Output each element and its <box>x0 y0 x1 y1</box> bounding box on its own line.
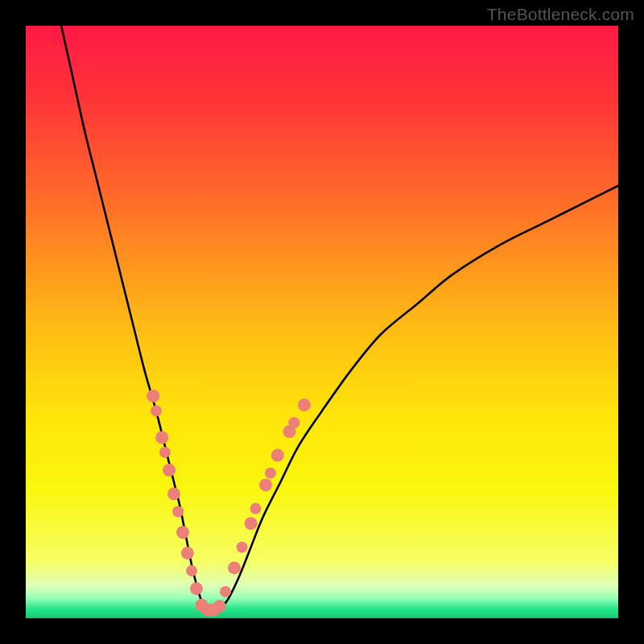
curve-layer <box>26 26 618 618</box>
data-marker <box>213 600 226 613</box>
data-marker <box>155 431 168 444</box>
outer-frame: TheBottleneck.com <box>0 0 644 644</box>
data-marker <box>163 464 175 477</box>
data-marker <box>220 586 231 597</box>
plot-area <box>26 26 618 618</box>
data-marker <box>250 503 262 514</box>
data-marker <box>298 398 311 411</box>
bottleneck-curve <box>61 26 618 613</box>
watermark-text: TheBottleneck.com <box>487 5 634 24</box>
data-marker <box>151 405 162 416</box>
data-marker <box>147 390 159 402</box>
data-marker <box>190 582 203 595</box>
data-marker <box>288 417 299 428</box>
data-marker <box>228 561 241 574</box>
data-marker <box>245 517 258 530</box>
data-marker <box>271 449 284 462</box>
data-markers <box>147 390 311 617</box>
data-marker <box>265 468 276 479</box>
data-marker <box>181 547 194 559</box>
data-marker <box>259 478 272 491</box>
data-marker <box>176 526 189 539</box>
data-marker <box>159 447 171 458</box>
data-marker <box>186 565 197 576</box>
data-marker <box>172 506 184 518</box>
data-marker <box>167 487 180 500</box>
data-marker <box>237 542 248 553</box>
